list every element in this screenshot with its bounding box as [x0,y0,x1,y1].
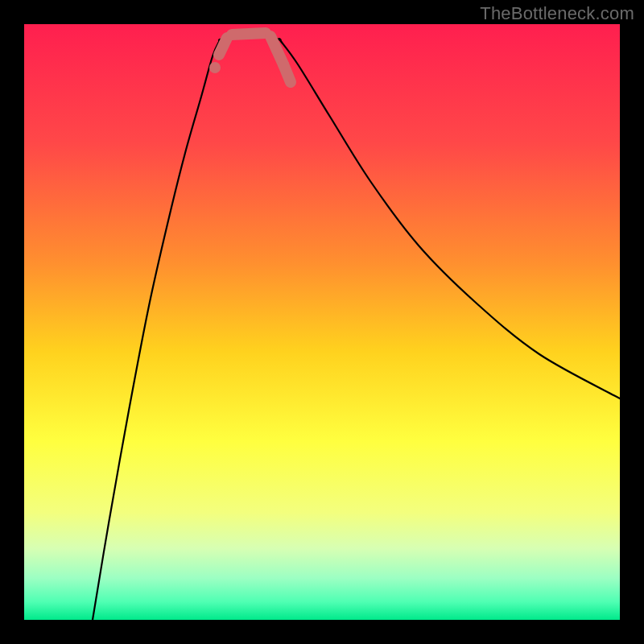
svg-point-5 [209,62,221,73]
bottleneck-curve [24,24,620,620]
svg-line-1 [219,38,227,55]
svg-line-2 [232,33,266,35]
svg-line-4 [283,64,291,82]
plot-frame [24,24,620,620]
watermark-text: TheBottleneck.com [480,3,634,24]
